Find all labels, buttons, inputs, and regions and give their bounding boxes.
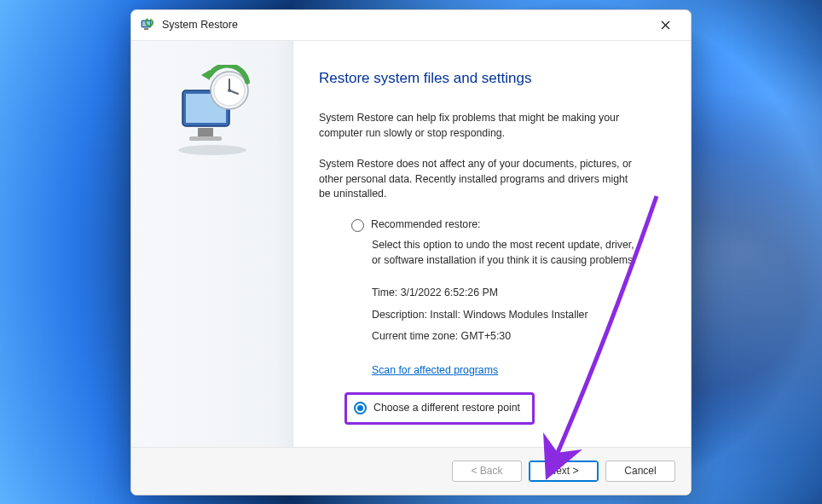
recommended-restore-label: Recommended restore:: [371, 217, 481, 233]
intro-text-1: System Restore can help fix problems tha…: [319, 111, 634, 142]
window-title: System Restore: [162, 19, 238, 31]
close-button[interactable]: [646, 12, 684, 38]
svg-rect-10: [189, 136, 222, 141]
page-heading: Restore system files and settings: [319, 68, 665, 90]
button-footer: < Back Next > Cancel: [131, 447, 691, 495]
restore-time: Time: 3/1/2022 6:52:26 PM: [372, 286, 665, 301]
cancel-button[interactable]: Cancel: [605, 461, 675, 482]
svg-point-15: [228, 89, 231, 92]
restore-timezone: Current time zone: GMT+5:30: [372, 329, 665, 345]
content-area: Restore system files and settings System…: [131, 41, 691, 447]
close-icon: [661, 20, 670, 30]
intro-text-2: System Restore does not affect any of yo…: [319, 157, 634, 202]
restore-options: Recommended restore: Select this option …: [319, 217, 665, 425]
back-button: < Back: [452, 461, 522, 482]
left-pane: [131, 41, 293, 447]
different-restore-label: Choose a different restore point: [373, 401, 520, 416]
restore-description: Description: Install: Windows Modules In…: [372, 308, 665, 323]
radio-checked-icon: [354, 402, 367, 414]
different-restore-point-radio[interactable]: Choose a different restore point: [344, 392, 535, 425]
svg-marker-16: [201, 70, 210, 80]
system-restore-icon: [140, 17, 155, 32]
svg-rect-2: [144, 28, 148, 30]
restore-illustration-icon: [165, 65, 259, 159]
recommended-restore-radio[interactable]: Recommended restore:: [351, 217, 665, 233]
radio-unchecked-icon: [351, 219, 364, 232]
next-button[interactable]: Next >: [529, 461, 599, 482]
system-restore-dialog: System Restore: [130, 9, 692, 495]
restore-meta: Time: 3/1/2022 6:52:26 PM Description: I…: [372, 286, 665, 345]
titlebar: System Restore: [131, 10, 691, 41]
recommended-restore-desc: Select this option to undo the most rece…: [372, 238, 645, 269]
right-pane: Restore system files and settings System…: [293, 41, 691, 447]
svg-point-6: [178, 145, 246, 155]
svg-rect-9: [198, 128, 213, 136]
scan-affected-programs-link[interactable]: Scan for affected programs: [372, 363, 498, 379]
